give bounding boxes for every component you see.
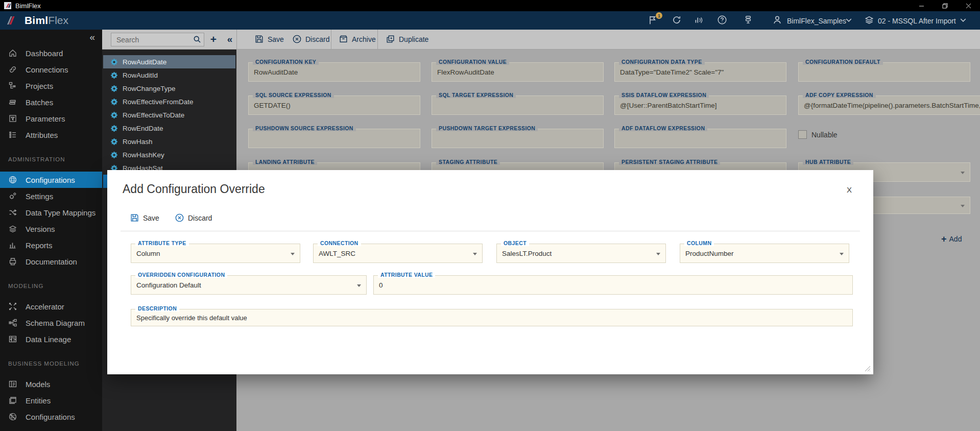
sidebar-item-connections[interactable]: Connections: [0, 61, 102, 78]
help-icon[interactable]: [717, 15, 728, 26]
list-item[interactable]: RowEndDate: [103, 122, 235, 135]
sidebar-item-projects[interactable]: Projects: [0, 78, 102, 94]
chevron-down-icon[interactable]: [846, 17, 857, 29]
add-override-button[interactable]: + Add: [941, 235, 962, 243]
sidebar-item-versions[interactable]: Versions: [0, 221, 102, 237]
adf-dataflow-expression-field[interactable]: ADF DATAFLOW EXPRESSION: [614, 129, 786, 148]
overridden-configuration-dropdown[interactable]: OVERRIDDEN CONFIGURATION Configuration D…: [131, 275, 367, 295]
refresh-icon[interactable]: [672, 15, 683, 26]
pushdown-source-expression-field[interactable]: PUSHDOWN SOURCE EXPRESSION: [248, 129, 420, 148]
pushdown-target-expression-field[interactable]: PUSHDOWN TARGET EXPRESSION: [432, 129, 604, 148]
bimlflex-app: BimlFlex BimlFlex 1: [0, 0, 980, 431]
activity-stream-icon[interactable]: [694, 15, 705, 26]
sidebar-item-models[interactable]: Models: [0, 376, 102, 392]
list-item[interactable]: RowChangeType: [103, 82, 235, 95]
brand-logo-icon: [6, 14, 17, 27]
configuration-key-field[interactable]: CONFIGURATION KEY RowAuditDate: [248, 62, 420, 82]
chevron-down-icon[interactable]: [960, 17, 971, 29]
panel-collapse-button[interactable]: «: [223, 32, 236, 47]
sidebar-item-attributes[interactable]: Attributes: [0, 127, 102, 143]
sidebar-item-dashboard[interactable]: Dashboard: [0, 45, 102, 61]
app-header: BimlFlex 1 BimlFlex_Samples 02 - MSSQL A…: [0, 11, 980, 30]
sidebar-item-data-lineage[interactable]: Data Lineage: [0, 331, 102, 347]
sidebar-item-parameters[interactable]: Parameters: [0, 110, 102, 127]
field-label: COLUMN: [684, 240, 714, 246]
sidebar-item-data-type-mappings[interactable]: Data Type Mappings: [0, 204, 102, 221]
configuration-data-type-field[interactable]: CONFIGURATION DATA TYPE DataType="DateTi…: [614, 62, 786, 82]
nullable-checkbox[interactable]: [798, 130, 807, 139]
restore-button[interactable]: [933, 0, 957, 11]
field-label: SSIS DATAFLOW EXPRESSION: [619, 92, 709, 98]
sql-source-expression-field[interactable]: SQL SOURCE EXPRESSION GETDATE(): [248, 95, 420, 115]
sidebar-item-documentation[interactable]: Documentation: [0, 253, 102, 270]
sidebar-item-configurations[interactable]: Configurations: [0, 172, 102, 188]
column-dropdown[interactable]: COLUMN ProductNumber: [680, 244, 849, 263]
notifications-flag-icon[interactable]: 1: [648, 15, 659, 26]
attribute-type-dropdown[interactable]: ATTRIBUTE TYPE Column: [131, 244, 300, 263]
dialog-save-button[interactable]: Save: [130, 213, 159, 223]
environment-selector[interactable]: 02 - MSSQL After Import: [878, 17, 956, 25]
list-item[interactable]: RowEffectiveToDate: [103, 108, 235, 122]
sidebar-section-administration: ADMINISTRATION: [0, 153, 102, 165]
sidebar-item-entities[interactable]: Entities: [0, 392, 102, 409]
sidebar-item-schema-diagram[interactable]: Schema Diagram: [0, 315, 102, 331]
list-item[interactable]: RowHash: [103, 135, 235, 148]
dialog-resize-handle[interactable]: [865, 366, 871, 372]
sidebar-collapse-button[interactable]: «: [0, 30, 102, 45]
field-label: HUB ATTRIBUTE: [803, 159, 853, 165]
list-item[interactable]: RowAuditDate: [103, 55, 235, 68]
nullable-label: Nullable: [811, 131, 838, 139]
sidebar-item-reports[interactable]: Reports: [0, 237, 102, 253]
sidebar-item-label: Documentation: [26, 257, 77, 266]
collapse-icon: «: [89, 32, 95, 43]
dialog-toolbar: Save Discard: [130, 213, 212, 223]
account-selector[interactable]: BimlFlex_Samples: [787, 17, 846, 25]
duplicate-label: Duplicate: [399, 35, 428, 43]
save-button[interactable]: Save: [254, 34, 284, 44]
field-label: SQL SOURCE EXPRESSION: [253, 92, 334, 98]
sidebar-item-settings[interactable]: Settings: [0, 188, 102, 204]
discard-label: Discard: [305, 35, 329, 43]
archive-icon: [339, 34, 348, 44]
sidebar-item-label: Projects: [26, 82, 53, 90]
object-dropdown[interactable]: OBJECT SalesLT.Product: [496, 244, 666, 263]
gear-icon: [110, 138, 118, 146]
configuration-value-field[interactable]: CONFIGURATION VALUE FlexRowAuditDate: [432, 62, 604, 82]
window-controls: [910, 0, 980, 11]
list-item[interactable]: RowAuditId: [103, 68, 235, 82]
data-lineage-icon: [8, 334, 17, 344]
connection-dropdown[interactable]: CONNECTION AWLT_SRC: [313, 244, 483, 263]
field-label: ATTRIBUTE VALUE: [378, 272, 435, 278]
attribute-value-input[interactable]: ATTRIBUTE VALUE 0: [373, 275, 853, 295]
gear-icon: [8, 191, 17, 201]
archive-button[interactable]: Archive: [339, 34, 376, 44]
server-icon[interactable]: [743, 15, 754, 26]
sidebar-item-configurations-business[interactable]: Configurations: [0, 409, 102, 425]
sql-target-expression-field[interactable]: SQL TARGET EXPRESSION: [432, 95, 604, 115]
field-label: OVERRIDDEN CONFIGURATION: [135, 272, 227, 278]
ssis-dataflow-expression-field[interactable]: SSIS DATAFLOW EXPRESSION @[User::ParentB…: [614, 95, 786, 115]
sidebar-item-label: Accelerator: [26, 302, 64, 311]
add-item-button[interactable]: +: [207, 32, 220, 47]
dialog-title: Add Configuration Override: [123, 182, 265, 196]
list-item-label: RowChangeType: [123, 85, 176, 92]
sidebar-item-accelerator[interactable]: Accelerator: [0, 298, 102, 315]
field-label: CONFIGURATION KEY: [253, 59, 319, 65]
discard-button[interactable]: Discard: [292, 34, 329, 44]
toolbar-separator: [236, 30, 237, 49]
field-label: ADF DATAFLOW EXPRESSION: [619, 125, 707, 131]
configuration-default-field[interactable]: CONFIGURATION DEFAULT: [798, 62, 970, 82]
list-item[interactable]: RowHashKey: [103, 148, 235, 161]
adf-copy-expression-field[interactable]: ADF COPY EXPRESSION @{formatDateTime(pip…: [798, 95, 980, 115]
list-item[interactable]: RowEffectiveFromDate: [103, 95, 235, 108]
search-icon[interactable]: [193, 35, 201, 43]
dialog-close-button[interactable]: X: [847, 185, 852, 194]
close-button[interactable]: [957, 0, 980, 11]
description-input[interactable]: DESCRIPTION Specifically override this d…: [131, 309, 853, 326]
dialog-discard-button[interactable]: Discard: [175, 213, 212, 223]
minimize-button[interactable]: [910, 0, 933, 11]
configurations-icon: [8, 175, 17, 184]
search-input[interactable]: [111, 33, 204, 46]
duplicate-button[interactable]: Duplicate: [386, 34, 428, 44]
sidebar-item-batches[interactable]: Batches: [0, 94, 102, 110]
